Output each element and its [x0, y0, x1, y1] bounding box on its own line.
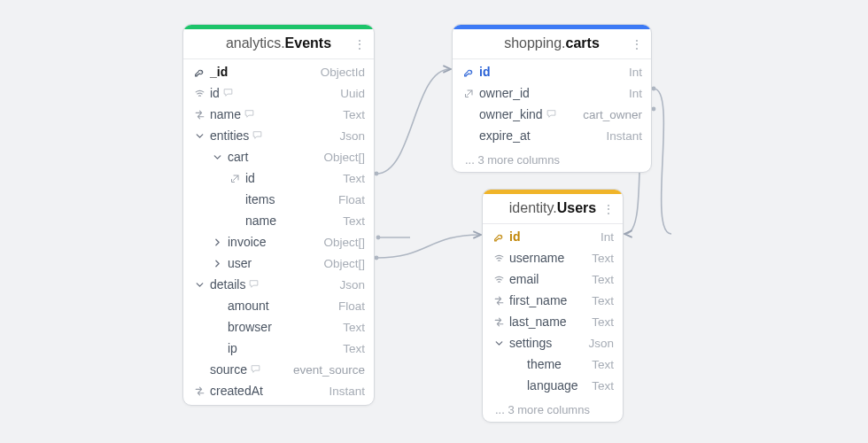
column-name: name: [245, 214, 276, 228]
comment-icon: [250, 363, 261, 376]
column-name: source: [210, 362, 247, 377]
column-type: Text: [343, 214, 365, 228]
column-row[interactable]: browserText: [183, 316, 374, 338]
column-type: Int: [601, 230, 614, 244]
relation-anchor-dot: [652, 107, 656, 112]
column-row[interactable]: createdAtInstant: [183, 380, 374, 401]
chevron-down-icon[interactable]: [192, 130, 206, 142]
table-name: carts: [566, 35, 600, 51]
column-name: invoice: [228, 235, 267, 249]
entity-title[interactable]: identity.Users⋮: [483, 194, 623, 224]
column-row[interactable]: amountFloat: [183, 295, 374, 316]
swap-icon: [492, 315, 506, 329]
column-row[interactable]: ipText: [183, 338, 374, 359]
column-name: createdAt: [210, 384, 263, 398]
relation-anchor-dot: [652, 87, 656, 91]
column-type: Text: [592, 358, 614, 371]
column-row[interactable]: expire_atInstant: [453, 125, 651, 146]
column-row[interactable]: last_nameText: [483, 311, 623, 332]
schema-name: analytics.: [226, 35, 285, 51]
schema-name: identity.: [509, 200, 557, 216]
column-row[interactable]: nameText: [183, 210, 374, 231]
column-row[interactable]: _idObjectId: [183, 61, 374, 82]
column-enum: event_source: [293, 363, 365, 377]
entity-users[interactable]: identity.Users⋮idIntusernameTextemailTex…: [482, 189, 624, 423]
relation-line: [376, 235, 480, 258]
column-row[interactable]: emailText: [483, 268, 623, 290]
chevron-right-icon[interactable]: [210, 258, 224, 269]
fk-icon: [228, 172, 242, 185]
column-type: Json: [339, 129, 365, 143]
column-row[interactable]: cartObject[]: [183, 146, 374, 167]
comment-icon: [252, 129, 263, 142]
column-type: Text: [343, 108, 365, 121]
column-name: id: [245, 171, 255, 185]
column-name: first_name: [509, 293, 567, 307]
column-name: details: [210, 277, 245, 291]
column-type: Json: [339, 278, 365, 291]
column-row[interactable]: idUuid: [183, 82, 374, 104]
column-row[interactable]: themeText: [483, 354, 623, 375]
column-type: Text: [343, 321, 365, 334]
entity-menu-icon[interactable]: ⋮: [350, 35, 368, 53]
entity-title[interactable]: shopping.carts⋮: [453, 29, 651, 59]
entity-menu-icon[interactable]: ⋮: [599, 200, 617, 218]
entity-carts[interactable]: shopping.carts⋮idIntowner_idIntowner_kin…: [452, 24, 652, 173]
column-row[interactable]: itemsFloat: [183, 189, 374, 210]
svg-point-0: [200, 71, 201, 72]
column-type: ObjectId: [321, 66, 365, 79]
column-name: expire_at: [479, 128, 531, 143]
columns-list: _idObjectIdidUuidnameTextentitiesJsoncar…: [183, 59, 374, 405]
column-row[interactable]: languageText: [483, 375, 623, 396]
comment-icon: [244, 108, 255, 120]
columns-list: idIntowner_idIntowner_kindcart_ownerexpi…: [453, 59, 651, 150]
column-name: name: [210, 107, 241, 121]
column-row[interactable]: idInt: [453, 61, 651, 82]
svg-point-2: [500, 236, 500, 237]
column-row[interactable]: usernameText: [483, 247, 623, 268]
column-name: id: [479, 65, 490, 79]
column-name: cart: [228, 150, 248, 164]
column-row[interactable]: sourceevent_source: [183, 359, 374, 380]
column-row[interactable]: invoiceObject[]: [183, 231, 374, 253]
swap-icon: [192, 108, 206, 121]
column-type: Text: [592, 315, 614, 329]
swap-icon: [192, 385, 206, 398]
column-row[interactable]: idInt: [483, 226, 623, 247]
column-name: username: [509, 251, 564, 265]
more-columns-label[interactable]: ... 3 more columns: [483, 400, 623, 422]
column-row[interactable]: nameText: [183, 104, 374, 125]
column-name: user: [228, 256, 252, 270]
entity-title[interactable]: analytics.Events⋮: [183, 29, 374, 59]
column-row[interactable]: userObject[]: [183, 253, 374, 274]
key-icon: [492, 230, 506, 244]
fk-icon: [461, 87, 476, 100]
column-type: Json: [588, 337, 614, 350]
chevron-down-icon[interactable]: [492, 338, 506, 349]
column-name: ip: [228, 341, 237, 355]
key-icon: [192, 66, 206, 79]
schema-name: shopping.: [504, 35, 565, 51]
column-row[interactable]: entitiesJson: [183, 125, 374, 146]
column-name: language: [527, 378, 578, 392]
relation-anchor-dot: [376, 236, 381, 240]
column-type: Int: [629, 87, 642, 100]
more-columns-label[interactable]: ... 3 more columns: [453, 150, 651, 172]
entity-events[interactable]: analytics.Events⋮_idObjectIdidUuidnameTe…: [182, 24, 375, 406]
column-type: Text: [343, 172, 365, 185]
chevron-down-icon[interactable]: [210, 152, 224, 163]
entity-menu-icon[interactable]: ⋮: [627, 35, 646, 53]
chevron-down-icon[interactable]: [192, 279, 206, 291]
column-name: id: [509, 229, 520, 244]
column-row[interactable]: first_nameText: [483, 290, 623, 311]
column-type: Instant: [606, 129, 642, 143]
column-row[interactable]: settingsJson: [483, 332, 623, 354]
chevron-right-icon[interactable]: [210, 237, 224, 248]
table-name: Users: [557, 200, 596, 216]
column-row[interactable]: owner_kindcart_owner: [453, 104, 651, 125]
column-row[interactable]: detailsJson: [183, 274, 374, 295]
column-type: Int: [629, 66, 642, 79]
diagram-canvas[interactable]: analytics.Events⋮_idObjectIdidUuidnameTe…: [0, 0, 868, 443]
column-row[interactable]: idText: [183, 167, 374, 189]
column-row[interactable]: owner_idInt: [453, 82, 651, 104]
